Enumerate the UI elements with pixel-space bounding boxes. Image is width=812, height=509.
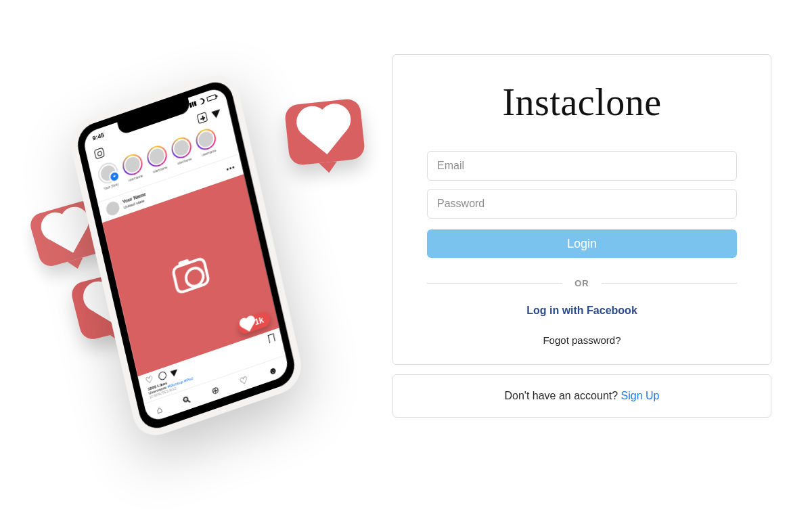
camera-icon: [171, 256, 210, 295]
login-card: Instaclone Login OR Log in with Facebook…: [392, 54, 771, 365]
divider: OR: [427, 278, 737, 288]
activity-icon: ♡: [238, 374, 249, 387]
camera-icon: [94, 147, 105, 159]
password-field[interactable]: [427, 189, 737, 219]
search-icon: 🔍︎: [181, 393, 192, 407]
add-post-icon: [197, 112, 208, 124]
feed-post: Your NameUnited state ••• 1k: [97, 154, 290, 423]
forgot-password-link[interactable]: Fogot password?: [543, 334, 621, 346]
share-icon: [170, 367, 179, 377]
brand-logo: Instaclone: [427, 81, 737, 124]
profile-icon: ☻: [267, 363, 279, 377]
signup-card: Don't have an account? Sign Up: [392, 374, 771, 418]
heart-icon: [145, 375, 154, 386]
phone-mockup: 9:45 Your Story username username: [66, 68, 306, 443]
comment-icon: [158, 370, 167, 381]
heart-bubble-icon: [284, 98, 366, 167]
like-badge: 1k: [236, 310, 271, 336]
signup-link[interactable]: Sign Up: [621, 390, 660, 401]
signup-prompt: Don't have an account?: [505, 390, 621, 401]
facebook-login-button[interactable]: Log in with Facebook: [526, 305, 637, 317]
email-field[interactable]: [427, 151, 737, 181]
more-icon: •••: [225, 162, 235, 173]
send-icon: [211, 106, 222, 118]
bookmark-icon: [268, 333, 275, 343]
avatar-icon: [105, 200, 121, 217]
hero-illustration: 9:45 Your Story username username: [41, 78, 365, 430]
home-icon: ⌂: [155, 403, 163, 416]
login-button[interactable]: Login: [427, 229, 737, 258]
divider-text: OR: [574, 278, 589, 288]
statusbar-time: 9:45: [92, 131, 105, 142]
add-icon: ⊕: [210, 383, 221, 397]
